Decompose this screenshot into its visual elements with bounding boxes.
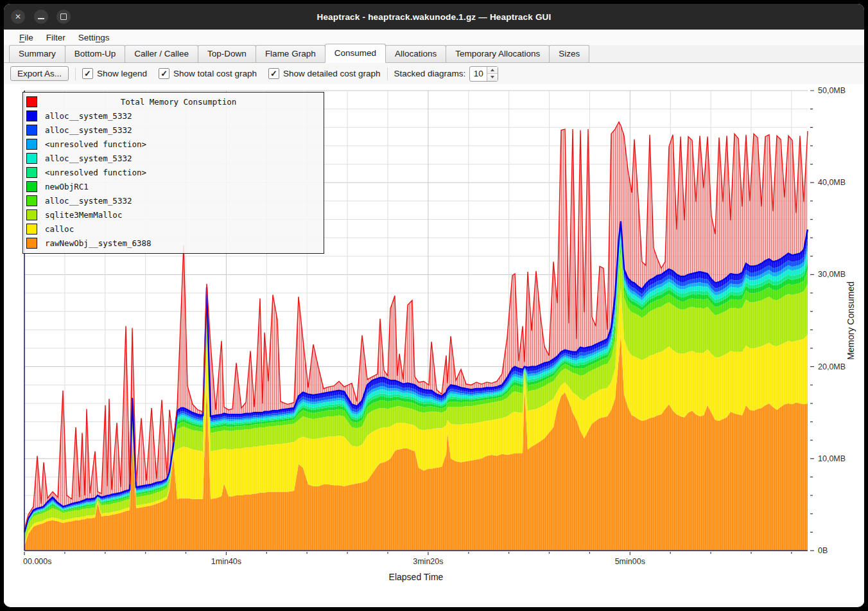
checkbox-box[interactable]: ✓	[159, 68, 169, 79]
legend-swatch	[26, 181, 37, 192]
tab-bottom-up[interactable]: Bottom-Up	[65, 45, 126, 62]
legend-item: alloc__system_5332	[26, 109, 320, 123]
stacked-diagrams-label: Stacked diagrams:	[394, 69, 466, 78]
y-tick-label: 10,0MB	[818, 454, 846, 463]
x-tick-label: 5min00s	[615, 557, 645, 566]
title-bar: ✕ Heaptrack - heaptrack.wakunode.1.gz — …	[4, 4, 864, 30]
legend-item: <unresolved function>	[26, 165, 320, 179]
checkbox-box[interactable]: ✓	[268, 68, 279, 79]
spinner-down-button[interactable]	[487, 74, 498, 81]
menu-item-filter[interactable]: Filter	[40, 31, 72, 44]
tab-allocations[interactable]: Allocations	[385, 45, 446, 62]
checkbox-label: Show detailed cost graph	[283, 69, 381, 78]
checkbox-box[interactable]: ✓	[82, 68, 93, 79]
tab-caller-callee[interactable]: Caller / Callee	[125, 45, 198, 62]
window-title: Heaptrack - heaptrack.wakunode.1.gz — He…	[4, 12, 864, 22]
legend-title: Total Memory Consumption	[37, 97, 320, 107]
toolbar-separator	[387, 67, 388, 80]
stacked-diagrams-spinner[interactable]: 10	[469, 66, 498, 82]
checkbox-show-legend[interactable]: ✓Show legend	[82, 68, 147, 79]
legend-swatch	[26, 224, 37, 235]
tab-temporary-allocations[interactable]: Temporary Allocations	[446, 45, 550, 62]
legend-swatch	[26, 139, 37, 150]
y-tick-label: 20,0MB	[818, 362, 846, 371]
legend-label: alloc__system_5332	[45, 125, 132, 135]
legend-item: calloc	[26, 222, 320, 236]
legend-label: <unresolved function>	[45, 139, 146, 149]
legend-swatch-total	[26, 96, 37, 107]
legend-label: alloc__system_5332	[45, 196, 132, 206]
legend-label: alloc__system_5332	[45, 111, 132, 121]
legend-label: <unresolved function>	[45, 168, 146, 177]
toolbar: Export As... ✓Show legend✓Show total cos…	[4, 63, 864, 84]
legend-swatch	[26, 167, 37, 178]
export-as-button[interactable]: Export As...	[10, 66, 69, 81]
legend-swatch	[26, 209, 37, 220]
legend-item: alloc__system_5332	[26, 123, 320, 137]
x-tick-label: 1min40s	[211, 557, 241, 566]
y-tick-label: 30,0MB	[818, 270, 846, 279]
legend-label: alloc__system_5332	[45, 154, 132, 163]
y-axis-title: Memory Consumed	[846, 281, 856, 360]
spinner-up-button[interactable]	[487, 67, 498, 75]
maximize-icon[interactable]	[56, 10, 71, 24]
tab-bar: SummaryBottom-UpCaller / CalleeTop-DownF…	[4, 45, 864, 63]
legend-swatch	[26, 238, 37, 249]
tab-flame-graph[interactable]: Flame Graph	[256, 45, 326, 62]
legend-label: calloc	[45, 224, 74, 234]
checkbox-label: Show legend	[97, 69, 147, 78]
legend-title-row: Total Memory Consumption	[26, 94, 320, 109]
app-window: ✕ Heaptrack - heaptrack.wakunode.1.gz — …	[4, 4, 864, 607]
legend-swatch	[26, 153, 37, 164]
checkbox-show-detailed-cost-graph[interactable]: ✓Show detailed cost graph	[268, 68, 381, 79]
legend-item: newObjRC1	[26, 179, 320, 193]
legend-item: alloc__system_5332	[26, 193, 320, 208]
close-icon[interactable]: ✕	[11, 10, 25, 24]
minimize-icon[interactable]	[34, 10, 48, 24]
tab-consumed[interactable]: Consumed	[325, 44, 386, 63]
checkbox-label: Show total cost graph	[173, 69, 257, 78]
legend-item: rawNewObj__system_6388	[26, 236, 320, 250]
legend-item: <unresolved function>	[26, 137, 320, 151]
tab-sizes[interactable]: Sizes	[549, 45, 589, 62]
tab-summary[interactable]: Summary	[9, 45, 65, 62]
y-tick-label: 40,0MB	[818, 178, 846, 187]
tab-top-down[interactable]: Top-Down	[198, 45, 256, 62]
legend-label: newObjRC1	[45, 182, 89, 191]
x-axis-title: Elapsed Time	[389, 572, 444, 582]
y-tick-label: 50,0MB	[818, 86, 846, 95]
chart-legend: Total Memory Consumptionalloc__system_53…	[22, 92, 324, 254]
menu-bar: FileFilterSettings	[4, 30, 864, 45]
x-tick-label: 3min20s	[413, 557, 443, 566]
checkbox-show-total-cost-graph[interactable]: ✓Show total cost graph	[159, 68, 257, 79]
y-tick-label: 0B	[818, 546, 828, 555]
legend-swatch	[26, 125, 37, 136]
x-tick-label: 00.000s	[23, 557, 51, 566]
spinner-value[interactable]: 10	[470, 67, 487, 81]
legend-swatch	[26, 111, 37, 121]
consumed-chart[interactable]: 00.000s1min40s3min20s5min00s0B10,0MB20,0…	[4, 84, 864, 603]
legend-swatch	[26, 195, 37, 206]
toolbar-separator	[75, 67, 76, 80]
legend-label: sqlite3MemMalloc	[45, 210, 122, 220]
legend-label: rawNewObj__system_6388	[45, 238, 152, 248]
menu-item-file[interactable]: File	[13, 31, 40, 44]
legend-item: alloc__system_5332	[26, 151, 320, 165]
menu-item-settings[interactable]: Settings	[72, 31, 116, 44]
legend-item: sqlite3MemMalloc	[26, 208, 320, 222]
